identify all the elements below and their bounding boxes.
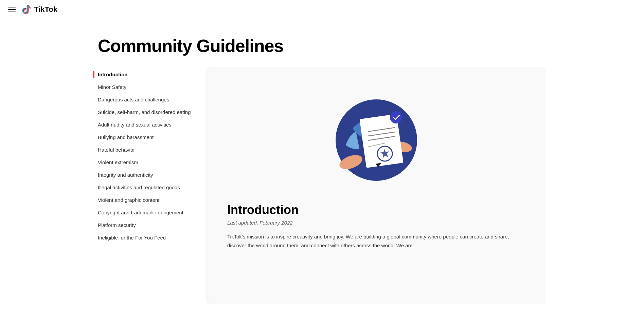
main-content: Introduction Last updated, February 2022… [207, 67, 546, 304]
intro-date: Last updated, February 2022 [227, 220, 525, 226]
sidebar-link-bullying[interactable]: Bullying and harassment [98, 134, 193, 141]
sidebar-item-hateful[interactable]: Hateful behavior [98, 143, 193, 156]
sidebar-link-dangerous-acts[interactable]: Dangerous acts and challenges [98, 96, 193, 103]
sidebar-link-minor-safety[interactable]: Minor Safety [98, 83, 193, 91]
sidebar-item-adult-nudity[interactable]: Adult nudity and sexual activities [98, 118, 193, 131]
page-title: Community Guidelines [98, 36, 546, 56]
sidebar-item-integrity[interactable]: Integrity and authenticity [98, 169, 193, 181]
tiktok-logo-icon [21, 4, 32, 15]
sidebar-item-suicide[interactable]: Suicide, self-harm, and disordered eatin… [98, 106, 193, 118]
sidebar-item-dangerous-acts[interactable]: Dangerous acts and challenges [98, 93, 193, 106]
sidebar-item-violent-extremism[interactable]: Violent extremism [98, 156, 193, 169]
sidebar-link-integrity[interactable]: Integrity and authenticity [98, 171, 193, 178]
intro-text-content: Introduction Last updated, February 2022… [207, 203, 546, 263]
tiktok-logo[interactable]: TikTok [21, 4, 57, 15]
intro-heading: Introduction [227, 203, 525, 217]
sidebar-link-introduction[interactable]: Introduction [93, 71, 193, 78]
sidebar-link-violent-graphic[interactable]: Violent and graphic content [98, 196, 193, 204]
sidebar-link-ineligible[interactable]: Ineligible for the For You Feed [98, 234, 193, 241]
sidebar-item-copyright[interactable]: Copyright and trademark infringement [98, 206, 193, 219]
sidebar-link-adult-nudity[interactable]: Adult nudity and sexual activities [98, 121, 193, 128]
hamburger-menu[interactable] [8, 7, 16, 12]
sidebar-link-suicide[interactable]: Suicide, self-harm, and disordered eatin… [98, 109, 193, 116]
sidebar-item-minor-safety[interactable]: Minor Safety [98, 81, 193, 93]
sidebar-item-violent-graphic[interactable]: Violent and graphic content [98, 194, 193, 206]
sidebar-list: IntroductionMinor SafetyDangerous acts a… [98, 68, 193, 244]
sidebar-link-hateful[interactable]: Hateful behavior [98, 146, 193, 153]
content-layout: IntroductionMinor SafetyDangerous acts a… [98, 67, 546, 304]
sidebar-link-platform-security[interactable]: Platform security [98, 222, 193, 229]
intro-image [207, 67, 546, 203]
sidebar-item-ineligible[interactable]: Ineligible for the For You Feed [98, 231, 193, 244]
document-illustration [325, 88, 427, 189]
sidebar-item-illegal-activities[interactable]: Illegal activities and regulated goods [98, 181, 193, 194]
logo-text: TikTok [34, 5, 57, 14]
sidebar-item-bullying[interactable]: Bullying and harassment [98, 131, 193, 143]
svg-point-10 [390, 111, 402, 123]
sidebar-link-illegal-activities[interactable]: Illegal activities and regulated goods [98, 184, 193, 191]
sidebar-link-copyright[interactable]: Copyright and trademark infringement [98, 209, 193, 216]
sidebar-nav: IntroductionMinor SafetyDangerous acts a… [98, 67, 193, 244]
header: TikTok [0, 0, 644, 19]
page-wrapper: Community Guidelines IntroductionMinor S… [84, 36, 560, 304]
sidebar-item-platform-security[interactable]: Platform security [98, 219, 193, 231]
sidebar-link-violent-extremism[interactable]: Violent extremism [98, 159, 193, 166]
sidebar-item-introduction[interactable]: Introduction [98, 68, 193, 81]
intro-body: TikTok's mission is to inspire creativit… [227, 232, 525, 250]
